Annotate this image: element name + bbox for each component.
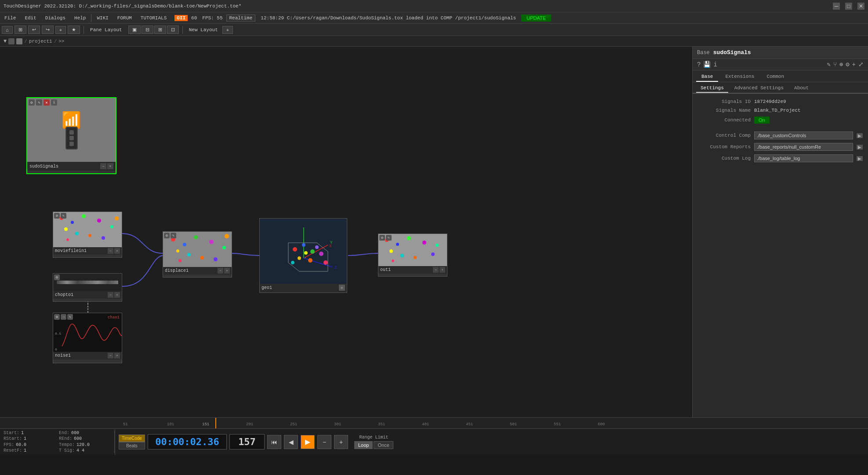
panel-settings-icon[interactable]: ⚙ (846, 61, 849, 68)
panel-ops-icon[interactable]: ⊕ (839, 61, 843, 68)
node-minus-mfi[interactable]: − (108, 248, 113, 254)
n1-edit[interactable]: ✎ (67, 314, 73, 320)
pane-btn[interactable]: ⊞ (15, 26, 26, 34)
node-info-icon[interactable]: i (51, 99, 57, 106)
layout-btn-4[interactable]: ⊡ (167, 26, 179, 34)
beats-btn[interactable]: Beats (119, 442, 145, 449)
maximize-button[interactable]: □ (845, 3, 852, 10)
geo1-plus-btn[interactable]: + (339, 285, 345, 291)
n1-arrow[interactable]: → (61, 314, 66, 320)
plus-btn[interactable]: + (334, 435, 348, 449)
node-settings-icon[interactable]: ⚙ (29, 99, 35, 106)
menu-help[interactable]: Help (70, 14, 90, 22)
control-comp-input[interactable] (754, 132, 853, 139)
close-button[interactable]: ✕ (857, 3, 864, 10)
node-displace1[interactable]: ⚙ ✎ displace1 − + (163, 231, 232, 278)
node-plus-sudosignals[interactable]: + (107, 163, 113, 169)
node-plus-chop[interactable]: + (114, 292, 120, 298)
timeline-cursor[interactable] (215, 418, 216, 428)
node-canvas[interactable]: ⚙ ✎ ✕ i 📶 sudoSignals − (0, 47, 692, 417)
panel-subtab-advanced[interactable]: Advanced Settings (730, 84, 788, 93)
timecode-display[interactable]: 00:00:02.36 (148, 434, 227, 449)
custom-log-input[interactable] (754, 154, 853, 162)
undo-btn[interactable]: ↩ (28, 26, 40, 34)
panel-fork-icon[interactable]: ⑂ (833, 61, 837, 68)
layout-btn-3[interactable]: ⊞ (154, 26, 166, 34)
panel-subtab-about[interactable]: About (790, 84, 813, 93)
breadcrumb-project[interactable]: project1 (29, 39, 52, 44)
breadcrumb-more[interactable]: >> (58, 39, 64, 44)
redo-btn[interactable]: ↪ (42, 26, 54, 34)
add-pane-btn[interactable]: + (55, 26, 66, 34)
out1-icon[interactable]: ⚙ (379, 235, 385, 241)
range-limit-label: Range Limit (359, 435, 388, 440)
timecode-btn[interactable]: TimeCode (119, 435, 145, 442)
menu-wiki[interactable]: WIKI (92, 14, 113, 22)
rewind-btn[interactable]: ⏮ (267, 435, 281, 449)
layout-btn-1[interactable]: ▣ (128, 26, 141, 34)
realtime-badge[interactable]: Realtime (226, 15, 256, 22)
node-minus-n1[interactable]: − (108, 353, 113, 358)
mfi-edit[interactable]: ✎ (61, 213, 66, 219)
node-plus-mfi[interactable]: + (114, 248, 120, 254)
node-out1[interactable]: ⚙ ✎ out1 − + (378, 234, 447, 277)
connected-on-btn[interactable]: On (754, 117, 770, 124)
node-minus-d1[interactable]: − (218, 268, 223, 274)
bookmark-btn[interactable]: ★ (68, 26, 80, 34)
d1-edit[interactable]: ✎ (171, 233, 176, 238)
minimize-button[interactable]: ─ (833, 3, 840, 10)
menu-tutorials[interactable]: TUTORIALS (136, 14, 171, 22)
panel-subtab-settings[interactable]: Settings (696, 84, 728, 93)
panel-add-icon[interactable]: + (852, 61, 856, 68)
menu-dialogs[interactable]: Dialogs (41, 14, 70, 22)
home-icon-btn[interactable]: ⌂ (2, 26, 13, 34)
node-minus-chop[interactable]: − (108, 292, 113, 298)
panel-help-icon[interactable]: ? (697, 61, 701, 68)
node-plus-out1[interactable]: + (439, 267, 445, 273)
loop-btn[interactable]: Loop (354, 441, 373, 449)
panel-tab-extensions[interactable]: Extensions (720, 72, 759, 82)
new-layout-add-btn[interactable]: + (222, 26, 233, 34)
panel-info-icon[interactable]: i (713, 61, 717, 68)
out1-edit[interactable]: ✎ (386, 235, 392, 241)
breadcrumb-dropdown[interactable]: ▼ (4, 38, 7, 44)
control-comp-expand[interactable]: ▶ (857, 133, 863, 138)
custom-reports-expand[interactable]: ▶ (857, 145, 863, 150)
minus-btn[interactable]: − (317, 435, 331, 449)
dot (214, 257, 218, 261)
custom-log-expand[interactable]: ▶ (857, 156, 863, 161)
custom-reports-input[interactable] (754, 143, 853, 151)
node-moviefilein1[interactable]: ⚙ ✎ moviefilein1 − (53, 212, 122, 258)
menu-file[interactable]: File (0, 14, 20, 22)
update-button[interactable]: UPDATE (521, 15, 551, 22)
node-minus-sudosignals[interactable]: − (100, 163, 106, 169)
frame-display[interactable]: 157 (229, 434, 265, 449)
node-plus-d1[interactable]: + (224, 268, 230, 274)
back-frame-btn[interactable]: ◀ (284, 435, 298, 449)
mfi-icon[interactable]: ⚙ (54, 213, 60, 219)
timeline[interactable]: 51 101 151 201 251 301 351 401 451 501 5… (0, 417, 868, 428)
once-btn[interactable]: Once (374, 441, 393, 449)
node-close-icon[interactable]: ✕ (44, 99, 50, 106)
node-plus-n1[interactable]: + (114, 353, 120, 358)
oii-badge[interactable]: OII (174, 15, 188, 21)
panel-tab-base[interactable]: Base (696, 72, 718, 82)
node-geo1[interactable]: Y X Z * geo1 + (259, 218, 347, 293)
layout-btn-2[interactable]: ⊟ (142, 26, 153, 34)
panel-save-icon[interactable]: 💾 (703, 61, 711, 68)
node-noise1[interactable]: ⚙ → ✎ chan1 1 0.5 0 noise1 − (53, 313, 122, 363)
node-edit-icon[interactable]: ✎ (36, 99, 42, 106)
node-minus-out1[interactable]: − (433, 267, 439, 273)
panel-expand-icon[interactable]: ⤢ (858, 61, 864, 68)
d1-icon[interactable]: ⚙ (164, 233, 170, 238)
chop-icon[interactable]: ⚙ (54, 274, 60, 280)
node-sudosignals[interactable]: ⚙ ✎ ✕ i 📶 sudoSignals − (26, 97, 116, 174)
node-chopto1[interactable]: ⚙ chopto1 − + (53, 273, 122, 302)
n1-icon[interactable]: ⚙ (54, 314, 60, 320)
panel-edit-icon[interactable]: ✎ (827, 61, 830, 68)
menu-forum[interactable]: FORUM (113, 14, 136, 22)
play-btn[interactable]: ▶ (301, 435, 315, 449)
panel-tab-common[interactable]: Common (761, 72, 789, 82)
panel-row-signals-id: Signals ID 187249dd2e9 (698, 99, 863, 104)
menu-edit[interactable]: Edit (20, 14, 40, 22)
